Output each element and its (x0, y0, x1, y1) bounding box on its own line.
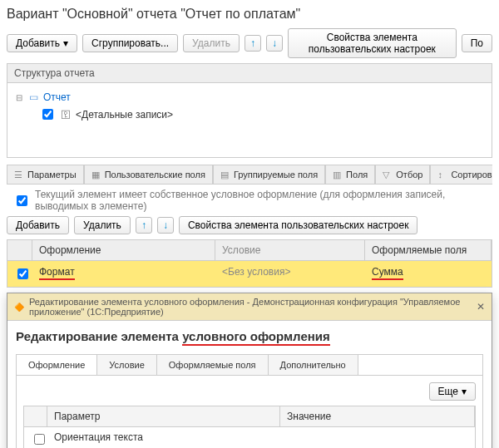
onec-icon (14, 302, 24, 312)
dialog-tab-cond[interactable]: Условие (97, 355, 157, 375)
cond-move-down-button[interactable] (157, 217, 174, 234)
move-up-button[interactable] (245, 35, 261, 52)
more-button[interactable]: Еще ▾ (429, 382, 476, 401)
dialog-tab-more[interactable]: Дополнительно (269, 355, 358, 375)
po-button[interactable]: По (462, 34, 492, 52)
cond-grid-head: Оформление Условие Оформляемые поля (7, 240, 492, 261)
move-down-button[interactable] (266, 35, 283, 52)
tree-root[interactable]: Отчет (14, 90, 485, 105)
params-grid: Параметр Значение Ориентация текстаФорма… (23, 406, 476, 448)
dialog-titlebar[interactable]: Редактирование элемента условного оформл… (7, 293, 492, 321)
cond-toolbar: Добавить Удалить Свойства элемента польз… (7, 216, 492, 234)
row-field: Сумма (372, 266, 403, 280)
delete-button[interactable]: Удалить (183, 34, 240, 52)
col-design: Оформление (32, 240, 215, 260)
structure-header: Структура отчета (7, 64, 492, 83)
groupfields-icon (220, 170, 230, 180)
page-title: Вариант "Основной" отчета "Отчет по опла… (7, 7, 492, 22)
close-icon[interactable]: ✕ (477, 301, 485, 313)
dialog-panel: Еще ▾ Параметр Значение Ориентация текст… (16, 375, 483, 448)
element-props-button[interactable]: Свойства элемента пользовательских настр… (288, 28, 457, 58)
param-name: Ориентация текста (54, 431, 143, 443)
cond-move-up-button[interactable] (136, 217, 152, 234)
tab-params[interactable]: Параметры (7, 165, 84, 184)
params-icon (14, 170, 24, 180)
col-fields: Оформляемые поля (365, 240, 492, 260)
cond-props-button[interactable]: Свойства элемента пользовательских настр… (179, 216, 418, 234)
detail-label: <Детальные записи> (76, 109, 173, 121)
col-cond: Условие (215, 240, 365, 260)
expander-icon[interactable] (14, 92, 24, 102)
head-value: Значение (280, 406, 475, 426)
hint-checkbox[interactable] (17, 195, 27, 206)
tab-userfields[interactable]: Пользовательские поля (84, 165, 213, 184)
report-icon (29, 91, 38, 103)
cond-delete-button[interactable]: Удалить (74, 216, 131, 234)
row-cond: <Без условия> (215, 261, 365, 287)
tab-groupfields[interactable]: Группируемые поля (213, 165, 325, 184)
dialog-heading: Редактирование элемента условного оформл… (16, 329, 483, 346)
tab-fields[interactable]: Поля (325, 165, 375, 184)
row-checkbox[interactable] (17, 268, 28, 279)
tab-sort[interactable]: Сортировка (430, 165, 492, 184)
cond-add-button[interactable]: Добавить (7, 216, 69, 234)
head-param: Параметр (47, 406, 280, 426)
fields-icon (333, 170, 343, 180)
sort-icon (437, 170, 447, 180)
detail-icon (61, 109, 71, 121)
cond-grid: Оформление Условие Оформляемые поля Форм… (7, 239, 492, 288)
cond-hint: Текущий элемент имеет собственное условн… (7, 185, 492, 216)
param-row[interactable]: Ориентация текста (24, 427, 475, 448)
filter-icon (383, 170, 393, 180)
dialog-tab-design[interactable]: Оформление (17, 355, 97, 375)
structure-panel: Структура отчета Отчет <Детальные записи… (7, 63, 492, 158)
row-design: Формат (39, 266, 75, 280)
param-checkbox[interactable] (34, 434, 45, 445)
add-button[interactable]: Добавить ▾ (7, 34, 77, 52)
structure-tree[interactable]: Отчет <Детальные записи> (7, 83, 492, 157)
dialog-tab-fields[interactable]: Оформляемые поля (157, 355, 269, 375)
dialog-title-text: Редактирование элемента условного оформл… (29, 297, 472, 317)
settings-tabs: Параметры Пользовательские поля Группиру… (7, 165, 492, 185)
userfields-icon (91, 170, 101, 180)
cond-grid-row[interactable]: Формат <Без условия> Сумма (7, 261, 492, 287)
tab-filter[interactable]: Отбор (375, 165, 430, 184)
report-node-label: Отчет (43, 91, 71, 103)
group-button[interactable]: Сгруппировать... (82, 34, 178, 52)
tree-detail[interactable]: <Детальные записи> (14, 105, 485, 124)
edit-dialog: Редактирование элемента условного оформл… (7, 293, 492, 448)
detail-checkbox[interactable] (42, 109, 53, 120)
main-toolbar: Добавить ▾ Сгруппировать... Удалить Свой… (7, 28, 492, 58)
dialog-tabs: Оформление Условие Оформляемые поля Допо… (16, 354, 483, 375)
